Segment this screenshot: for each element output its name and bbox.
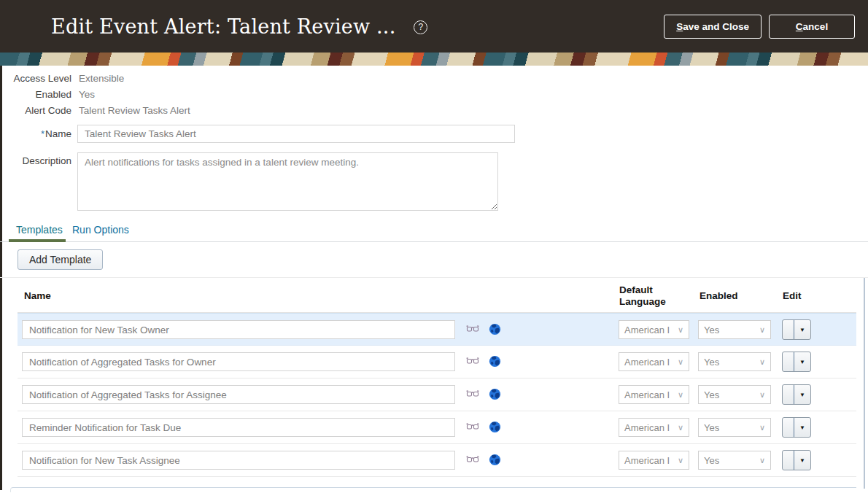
chevron-down-icon: ∨: [759, 423, 765, 432]
default-language-select[interactable]: American I∨: [619, 451, 689, 470]
chevron-down-icon: ∨: [678, 357, 683, 367]
preview-glasses-icon[interactable]: [466, 323, 479, 336]
edit-split-button[interactable]: ▼: [782, 417, 811, 438]
chevron-down-icon: ∨: [759, 325, 765, 335]
name-label-text: Name: [45, 128, 71, 139]
enabled-label: Enabled: [0, 89, 71, 100]
globe-translation-icon[interactable]: [488, 323, 501, 336]
tab-bar: Templates Run Options: [0, 218, 868, 242]
column-header-enabled: Enabled: [700, 290, 738, 301]
access-level-value: Extensible: [79, 73, 124, 84]
save-access-key: S: [676, 21, 683, 32]
enabled-value: Yes: [704, 325, 719, 335]
chevron-down-icon: ∨: [759, 456, 765, 465]
enabled-select[interactable]: Yes∨: [698, 320, 771, 339]
chevron-down-icon: ∨: [759, 357, 765, 367]
dropdown-arrow-icon[interactable]: ▼: [794, 418, 810, 437]
alert-code-value: Talent Review Tasks Alert: [79, 105, 190, 116]
decorative-banner: [0, 53, 868, 66]
template-name-input[interactable]: [22, 352, 455, 371]
description-textarea[interactable]: Alert notifications for tasks assigned i…: [77, 152, 498, 211]
required-marker: *: [41, 128, 44, 139]
dropdown-arrow-icon[interactable]: ▼: [794, 385, 810, 404]
default-language-select[interactable]: American I∨: [619, 352, 689, 371]
edit-split-button[interactable]: ▼: [782, 352, 811, 372]
tab-templates[interactable]: Templates: [16, 224, 63, 236]
chevron-down-icon: ∨: [678, 423, 683, 432]
template-name-input[interactable]: [22, 418, 455, 437]
header-actions: Save and Close Cancel: [664, 15, 855, 39]
column-header-edit: Edit: [783, 290, 802, 301]
description-label: Description: [0, 152, 71, 211]
vertical-scrollbar[interactable]: [864, 278, 865, 489]
default-language-value: American I: [624, 422, 670, 433]
preview-glasses-icon[interactable]: [466, 388, 479, 401]
selected-tab-underline: [9, 239, 66, 242]
table-row[interactable]: American I∨ Yes∨ ▼: [18, 444, 856, 477]
chevron-down-icon: ∨: [759, 390, 765, 400]
templates-table: American I∨ Yes∨ ▼ American I∨ Yes∨ ▼: [18, 313, 856, 477]
column-header-name: Name: [24, 290, 51, 301]
name-label: *Name: [0, 128, 71, 139]
toolbar-separator: [0, 277, 868, 278]
page-header: Edit Event Alert: Talent Review ... ? Sa…: [0, 0, 868, 53]
enabled-select[interactable]: Yes∨: [698, 451, 771, 470]
add-template-button[interactable]: Add Template: [18, 249, 103, 270]
name-field-row: *Name: [0, 125, 515, 143]
preview-glasses-icon[interactable]: [466, 421, 479, 434]
chevron-down-icon: ∨: [678, 456, 683, 465]
edit-split-button[interactable]: ▼: [782, 319, 811, 340]
edit-button-main[interactable]: [783, 352, 794, 371]
enabled-select[interactable]: Yes∨: [698, 385, 771, 404]
edit-split-button[interactable]: ▼: [782, 384, 811, 405]
access-level-row: Access Level Extensible: [0, 70, 515, 86]
enabled-row: Enabled Yes: [0, 86, 515, 102]
dropdown-arrow-icon[interactable]: ▼: [794, 320, 810, 339]
template-name-input[interactable]: [22, 385, 455, 404]
cancel-label-rest: ancel: [803, 21, 829, 32]
enabled-select[interactable]: Yes∨: [698, 418, 771, 437]
dropdown-arrow-icon[interactable]: ▼: [794, 352, 810, 371]
default-language-value: American I: [624, 325, 670, 335]
template-name-input[interactable]: [22, 451, 455, 470]
dropdown-arrow-icon[interactable]: ▼: [794, 451, 810, 470]
enabled-select[interactable]: Yes∨: [698, 352, 771, 371]
chevron-down-icon: ∨: [678, 390, 683, 400]
default-language-value: American I: [624, 389, 670, 400]
default-language-select[interactable]: American I∨: [619, 320, 689, 339]
cancel-access-key: C: [796, 21, 803, 32]
edit-button-main[interactable]: [783, 451, 794, 470]
edit-event-alert-page: Edit Event Alert: Talent Review ... ? Sa…: [0, 0, 868, 493]
globe-translation-icon[interactable]: [488, 421, 501, 434]
default-language-select[interactable]: American I∨: [619, 385, 689, 404]
default-language-select[interactable]: American I∨: [619, 418, 689, 437]
default-language-value: American I: [624, 455, 670, 466]
enabled-value: Yes: [79, 89, 95, 100]
alert-code-label: Alert Code: [0, 105, 71, 116]
preview-glasses-icon[interactable]: [466, 454, 479, 467]
globe-translation-icon[interactable]: [488, 388, 501, 401]
name-input[interactable]: [77, 125, 515, 143]
cancel-button[interactable]: Cancel: [769, 15, 855, 39]
table-row[interactable]: American I∨ Yes∨ ▼: [18, 379, 856, 411]
preview-glasses-icon[interactable]: [466, 355, 479, 368]
tab-run-options[interactable]: Run Options: [72, 224, 129, 236]
edit-split-button[interactable]: ▼: [782, 450, 811, 470]
edit-button-main[interactable]: [783, 418, 794, 437]
globe-translation-icon[interactable]: [488, 355, 501, 368]
edit-button-main[interactable]: [783, 320, 794, 339]
table-row[interactable]: American I∨ Yes∨ ▼: [18, 313, 856, 346]
enabled-value: Yes: [704, 455, 719, 466]
alert-code-row: Alert Code Talent Review Tasks Alert: [0, 102, 515, 118]
save-label-rest: ave and Close: [683, 21, 749, 32]
table-row[interactable]: American I∨ Yes∨ ▼: [18, 411, 856, 444]
template-name-input[interactable]: [22, 320, 455, 339]
help-icon[interactable]: ?: [414, 20, 427, 34]
enabled-value: Yes: [704, 389, 719, 400]
edit-button-main[interactable]: [783, 385, 794, 404]
column-header-default-language: Default Language: [619, 284, 673, 308]
alert-summary-form: Access Level Extensible Enabled Yes Aler…: [0, 70, 515, 211]
table-row[interactable]: American I∨ Yes∨ ▼: [18, 346, 856, 379]
globe-translation-icon[interactable]: [488, 454, 501, 467]
save-and-close-button[interactable]: Save and Close: [664, 15, 762, 39]
